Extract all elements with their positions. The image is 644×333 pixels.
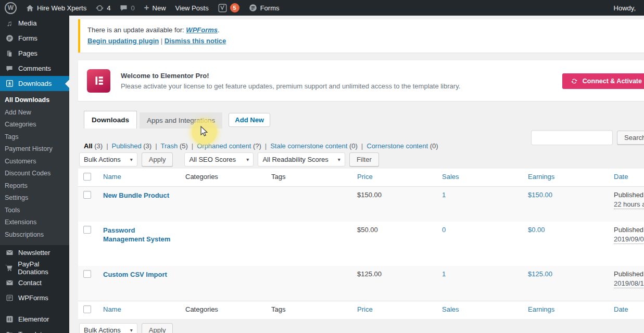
- begin-updating-plugin-link[interactable]: Begin updating plugin: [87, 37, 159, 45]
- comments-link[interactable]: 0: [115, 0, 139, 16]
- view-published-link[interactable]: Published: [112, 142, 142, 150]
- dropdown-arrow-icon: ▾: [130, 327, 133, 333]
- home-icon: [26, 4, 34, 12]
- sidebar-item-label: Pages: [18, 49, 37, 57]
- earnings-link[interactable]: $0.00: [528, 226, 545, 234]
- sidebar-item-templates[interactable]: Templates: [0, 327, 69, 333]
- column-header-name[interactable]: Name: [98, 301, 180, 319]
- submenu-extensions[interactable]: Extensions: [0, 216, 69, 229]
- column-header-earnings[interactable]: Earnings: [523, 301, 609, 319]
- submenu-customers[interactable]: Customers: [0, 156, 69, 168]
- view-trash-link[interactable]: Trash: [161, 142, 178, 150]
- sidebar-item-pages[interactable]: Pages: [0, 46, 69, 61]
- add-new-button[interactable]: Add New: [229, 113, 270, 127]
- mouse-cursor-icon: [200, 126, 209, 139]
- view-count: (3): [143, 142, 151, 150]
- wpforms-plugin-link[interactable]: WPForms: [186, 26, 218, 34]
- download-title-link[interactable]: Custom CSV Import: [103, 270, 167, 279]
- sidebar-item-label: Downloads: [18, 80, 52, 87]
- forms-admin-menu[interactable]: Forms: [244, 0, 284, 16]
- sidebar-item-wpforms[interactable]: WPForms: [0, 290, 69, 305]
- submenu-add-new[interactable]: Add New: [0, 107, 69, 119]
- sidebar-item-paypal-donations[interactable]: PayPal Donations: [0, 260, 69, 275]
- view-all-link[interactable]: All: [84, 142, 93, 150]
- forms-circle-icon: [249, 4, 257, 12]
- filter-button[interactable]: Filter: [349, 152, 379, 166]
- download-title-link[interactable]: New Bundle Product: [103, 191, 169, 200]
- submenu-tools[interactable]: Tools: [0, 204, 69, 217]
- sidebar-item-elementor[interactable]: Elementor: [0, 312, 69, 327]
- column-header-earnings[interactable]: Earnings: [523, 169, 609, 187]
- submenu-subscriptions[interactable]: Subscriptions: [0, 229, 69, 241]
- submenu-reports[interactable]: Reports: [0, 180, 69, 193]
- main-content: There is an update available for: WPForm…: [69, 0, 644, 333]
- column-header-sales[interactable]: Sales: [437, 301, 523, 319]
- submenu-tags[interactable]: Tags: [0, 131, 69, 144]
- column-header-date[interactable]: Date: [609, 169, 644, 187]
- sidebar-item-forms[interactable]: Forms: [0, 31, 69, 46]
- column-header-sales[interactable]: Sales: [437, 169, 523, 187]
- column-header-price[interactable]: Price: [352, 169, 437, 187]
- table-header-row: Name Categories Tags Price Sales Earning…: [78, 169, 644, 187]
- earnings-link[interactable]: $150.00: [528, 191, 552, 199]
- column-header-date[interactable]: Date: [609, 301, 644, 319]
- sidebar-item-label: PayPal Donations: [18, 260, 69, 276]
- account-menu[interactable]: Howdy,: [609, 0, 644, 16]
- search-downloads-button[interactable]: Search Dow: [617, 131, 644, 145]
- envelope-icon: [5, 279, 14, 287]
- column-header-name[interactable]: Name: [98, 169, 180, 187]
- submenu-categories[interactable]: Categories: [0, 119, 69, 131]
- submenu-discount-codes[interactable]: Discount Codes: [0, 168, 69, 180]
- sidebar-item-downloads[interactable]: Downloads: [0, 76, 69, 91]
- updates-link[interactable]: 4: [91, 0, 115, 16]
- view-cornerstone-link[interactable]: Cornerstone content: [367, 142, 428, 150]
- connect-activate-button[interactable]: Connect & Activate: [562, 73, 644, 89]
- view-count: (0): [349, 142, 358, 150]
- search-input[interactable]: [531, 130, 613, 145]
- price-cell: $50.00: [352, 222, 437, 266]
- categories-cell: [180, 222, 266, 266]
- submenu-settings[interactable]: Settings: [0, 192, 69, 204]
- submenu-payment-history[interactable]: Payment History: [0, 143, 69, 156]
- sales-link[interactable]: 1: [442, 270, 446, 278]
- column-header-price[interactable]: Price: [352, 301, 437, 319]
- sidebar-item-contact[interactable]: Contact: [0, 275, 69, 290]
- row-checkbox[interactable]: [83, 226, 91, 234]
- view-stale-cornerstone-link[interactable]: Stale cornerstone content: [270, 142, 347, 150]
- dropdown-arrow-icon: ▾: [130, 157, 133, 162]
- yoast-seo-menu[interactable]: 5: [213, 0, 244, 16]
- select-all-checkbox[interactable]: [83, 173, 91, 181]
- updates-count: 4: [107, 4, 110, 12]
- wordpress-menu-button[interactable]: W: [0, 0, 21, 16]
- download-title-link[interactable]: Password Management System: [103, 226, 175, 244]
- view-count: (0): [430, 142, 438, 150]
- sidebar-item-newsletter[interactable]: Newsletter: [0, 245, 69, 260]
- new-content-button[interactable]: + New: [140, 0, 171, 16]
- sidebar-item-media[interactable]: ♫ Media: [0, 16, 69, 31]
- sidebar-item-comments[interactable]: Comments: [0, 61, 69, 76]
- sidebar-item-label: Forms: [18, 34, 37, 42]
- publish-date: 2019/09/06: [614, 235, 644, 244]
- view-separator: |: [106, 142, 108, 150]
- bulk-actions-select[interactable]: Bulk Actions ▾: [79, 323, 137, 333]
- table-footer-row: Name Categories Tags Price Sales Earning…: [78, 301, 644, 319]
- site-name-link[interactable]: Hire Web Xperts: [21, 0, 91, 16]
- row-checkbox[interactable]: [83, 191, 91, 199]
- readability-scores-select[interactable]: All Readability Scores ▾: [258, 152, 345, 166]
- admin-bar: W Hire Web Xperts 4 0 + New View Posts 5: [0, 0, 644, 16]
- apply-button[interactable]: Apply: [142, 152, 173, 166]
- site-name-label: Hire Web Xperts: [37, 4, 86, 12]
- sales-link[interactable]: 1: [442, 191, 446, 199]
- earnings-link[interactable]: $125.00: [528, 270, 552, 278]
- sales-link[interactable]: 0: [442, 226, 446, 234]
- row-checkbox[interactable]: [83, 270, 91, 278]
- seo-scores-select[interactable]: All SEO Scores ▾: [184, 152, 254, 166]
- select-all-checkbox[interactable]: [83, 305, 91, 313]
- tab-downloads[interactable]: Downloads: [84, 111, 137, 129]
- dismiss-notice-link[interactable]: Dismiss this notice: [165, 37, 226, 45]
- categories-cell: [180, 266, 266, 301]
- view-posts-link[interactable]: View Posts: [171, 0, 213, 16]
- submenu-all-downloads[interactable]: All Downloads: [0, 94, 69, 107]
- bulk-actions-select[interactable]: Bulk Actions ▾: [79, 152, 137, 166]
- apply-button[interactable]: Apply: [142, 323, 173, 333]
